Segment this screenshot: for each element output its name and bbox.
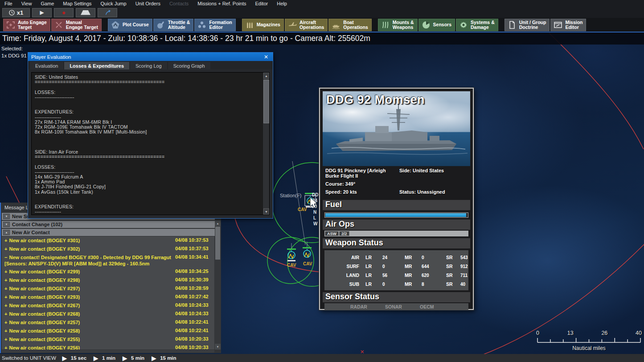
horizontal-scrollbar[interactable] — [2, 350, 214, 353]
log-entry[interactable]: +New air contact (BOGEY #299) 04/08 10:3… — [2, 268, 214, 276]
manual-engage-target-button[interactable]: ManualEngage Target — [51, 19, 102, 31]
evaluation-tab[interactable]: Scoring Graph — [168, 62, 210, 69]
window-title-bar[interactable]: Player Evaluation ✕ — [28, 53, 273, 61]
menu-item[interactable]: File — [0, 0, 17, 7]
formation-editor-icon — [197, 20, 207, 29]
scroll-down-icon[interactable]: ▼ — [263, 208, 269, 215]
record-button[interactable]: ● — [54, 8, 74, 17]
losses-expenditures-content: SIDE: United States=====================… — [31, 72, 270, 215]
menu-item[interactable]: Editor — [250, 0, 272, 7]
log-entry[interactable]: +New air contact (BOGEY #293) 04/08 10:2… — [2, 293, 214, 301]
log-entry[interactable]: +New air contact (BOGEY #267) 04/08 10:2… — [2, 301, 214, 310]
scroll-up-icon[interactable]: ▲ — [215, 220, 221, 226]
button-label: MissionEditor — [565, 20, 582, 30]
log-entry-time: 04/08 10:24:33 — [175, 311, 213, 316]
expand-collapse-icon[interactable]: ▼ — [3, 214, 10, 219]
scroll-down-icon[interactable]: ▼ — [215, 344, 221, 350]
log-entry[interactable]: +New air contact (BOGEY #255) 04/08 10:2… — [2, 335, 214, 344]
throttle-altitude-button[interactable]: Throttle &Altitude — [153, 19, 194, 31]
evaluation-line: EXPENDITURES: — [35, 110, 266, 114]
air-ops-tag[interactable]: ASW — [325, 231, 339, 236]
time-compression-button[interactable]: x1 — [2, 8, 30, 17]
lr-value: 0 — [382, 264, 405, 269]
menu-item[interactable]: Game — [36, 0, 58, 7]
log-entry-time: 04/08 10:20:33 — [175, 345, 213, 350]
menu-item[interactable]: Map Settings — [58, 0, 96, 7]
scroll-up-icon[interactable]: ▲ — [263, 73, 269, 79]
log-entry[interactable]: +New air contact (BOGEY #297) 04/08 10:2… — [2, 285, 214, 293]
course-line — [292, 161, 305, 245]
log-entry[interactable]: +New air contact (BOGEY #268) 04/08 10:2… — [2, 310, 214, 318]
play-button[interactable]: ▶ — [32, 8, 52, 17]
plot-course-button[interactable]: Plot Course — [108, 19, 152, 31]
log-group-header[interactable]: ▲ New Air Contact — [2, 229, 215, 236]
lr-value: 0 — [382, 282, 405, 287]
unit-group-doctrine-button[interactable]: Unit / GroupDoctrine — [505, 19, 550, 31]
scrollbar[interactable]: ▲ ▼ — [215, 220, 221, 350]
menu-item[interactable]: Missions + Ref. Points — [193, 0, 250, 7]
unit-class: DDG 91 Pinckney [Arleigh Burke Flight II — [325, 168, 399, 179]
air-ops-tag[interactable]: 2/2 — [339, 231, 349, 236]
scrollbar[interactable]: ▲ ▼ — [263, 73, 269, 215]
log-entry[interactable]: +New air contact (BOGEY #302) 04/08 10:3… — [2, 245, 214, 253]
button-label: Throttle &Altitude — [168, 20, 190, 30]
systems-damage-button[interactable]: Systems &Damage — [456, 19, 498, 31]
auto-engage-icon — [6, 20, 16, 29]
fuel-bar — [324, 212, 468, 218]
mission-editor-button[interactable]: MissionEditor — [550, 19, 586, 31]
evaluation-line — [35, 140, 266, 145]
mounts-weapons-button[interactable]: Mounts &Weapons — [378, 19, 418, 31]
time-advance-label: 1 min — [102, 355, 115, 361]
log-entry-time: 04/08 10:22:41 — [175, 319, 213, 325]
time-advance-button[interactable]: ▶ 5 min — [123, 355, 144, 362]
menu-item[interactable]: Unit Orders — [131, 0, 165, 7]
selected-unit-value: 1x DDG 91 — [1, 53, 27, 58]
sensor-label: RADAR — [350, 304, 385, 309]
magazines-button[interactable]: Magazines — [242, 19, 284, 31]
time-advance-button[interactable]: ▶ 1 min — [94, 355, 115, 362]
auto-engage-target-button[interactable]: Auto EngageTarget — [3, 19, 50, 31]
unit-symbol-cav-1[interactable] — [287, 243, 296, 261]
menu-item[interactable]: View — [17, 0, 37, 7]
map-scale-bar: 0132640 Nautical miles — [536, 330, 642, 351]
expand-collapse-icon[interactable]: ▲ — [3, 230, 10, 235]
mr-label: MR — [405, 281, 422, 287]
evaluation-tab[interactable]: Evaluation — [30, 62, 63, 69]
log-entry-text: +New air contact (BOGEY #255) — [4, 336, 175, 342]
sensor-label: SONAR — [385, 304, 420, 309]
button-label: ManualEngage Target — [66, 20, 98, 30]
close-icon[interactable]: ✕ — [263, 54, 270, 60]
menu-item[interactable]: Help — [272, 0, 291, 7]
log-entry-text: +New air contact (BOGEY #256) — [4, 345, 175, 350]
aircraft-operations-button[interactable]: AircraftOperations — [285, 19, 328, 31]
menu-item[interactable]: Quick Jump — [96, 0, 131, 7]
sensor-status-section-header: Sensor Status — [323, 292, 470, 302]
map-view-button[interactable] — [76, 8, 95, 17]
log-entry[interactable]: +New air contact (BOGEY #301) 04/08 10:3… — [2, 236, 214, 245]
formation-editor-button[interactable]: FormationEditor — [194, 19, 235, 31]
log-entry[interactable]: −New contact! Designated BOGEY #300 - De… — [2, 253, 214, 268]
time-advance-button[interactable]: ▶ 15 min — [152, 355, 176, 362]
scrollbar-thumb[interactable] — [263, 80, 269, 123]
evaluation-tab[interactable]: Scoring Log — [130, 62, 167, 69]
log-entry-text: +New air contact (BOGEY #297) — [4, 285, 175, 292]
menu-item[interactable]: Contacts — [165, 0, 193, 7]
app-window: Station(F) CAV DD 34 20 N L W — [0, 0, 644, 362]
sr-label: SR — [446, 281, 460, 287]
log-entry[interactable]: +New air contact (BOGEY #258) 04/08 10:2… — [2, 327, 214, 335]
bottom-status-bar: Switched to UNIT VIEW ▶ 15 sec ▶ 1 min ▶… — [0, 354, 644, 362]
log-group-header[interactable]: ▼ Contact Change (102) — [2, 221, 215, 228]
scrollbar-thumb[interactable] — [215, 227, 220, 260]
boat-operations-button[interactable]: BoatOperations — [328, 19, 371, 31]
log-entry[interactable]: +New air contact (BOGEY #257) 04/08 10:2… — [2, 318, 214, 327]
sensors-button[interactable]: Sensors — [418, 19, 455, 31]
datablock-fragment: DD — [312, 192, 318, 197]
jump-to-location-button[interactable] — [98, 8, 117, 17]
mr-value: 644 — [422, 264, 446, 269]
evaluation-tab[interactable]: Losses & Expenditures — [64, 62, 129, 69]
time-advance-button[interactable]: ▶ 15 sec — [62, 355, 86, 362]
unit-symbol-cav-2[interactable] — [303, 242, 312, 257]
log-entry[interactable]: +New air contact (BOGEY #298) 04/08 10:3… — [2, 276, 214, 285]
log-entry[interactable]: +New air contact (BOGEY #256) 04/08 10:2… — [2, 344, 214, 350]
expand-collapse-icon[interactable]: ▼ — [3, 222, 10, 227]
